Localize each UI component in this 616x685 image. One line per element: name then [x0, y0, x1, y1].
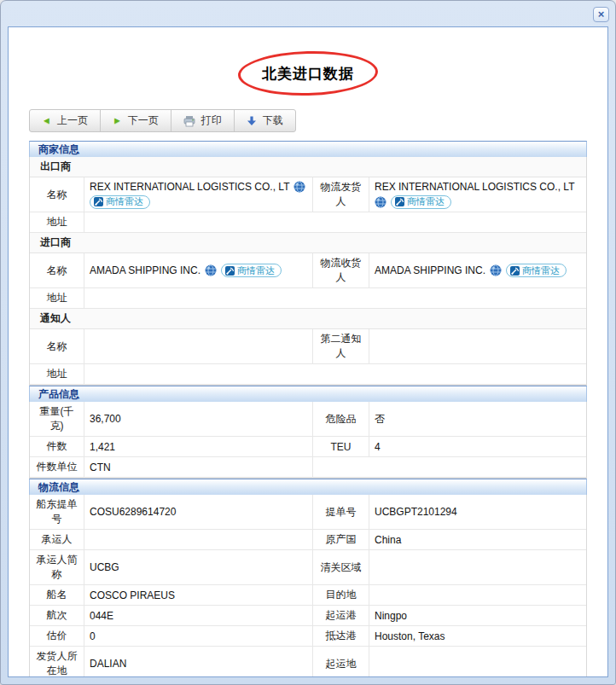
- dialog-titlebar: ×: [1, 1, 615, 26]
- globe-icon[interactable]: [490, 264, 502, 276]
- departure-place-value: [369, 647, 586, 677]
- table-row: 名称 REX INTERNATIONAL LOGISTICS CO., LT 商…: [30, 177, 586, 212]
- radar-badge-label: 商情雷达: [106, 195, 143, 208]
- page-title-wrap: 北美进口数据: [223, 49, 393, 97]
- field-label: 承运人: [30, 530, 84, 549]
- port-of-discharge-value: Houston, Texas: [369, 626, 586, 646]
- radar-badge-button[interactable]: 商情雷达: [221, 264, 282, 277]
- radar-badge-button[interactable]: 商情雷达: [391, 195, 451, 209]
- master-bl-value: COSU6289614720: [84, 495, 313, 529]
- logistics-shipper-value: REX INTERNATIONAL LOGISTICS CO., LT 商情雷达: [369, 177, 586, 212]
- field-label: 名称: [30, 177, 84, 212]
- page-title: 北美进口数据: [223, 49, 393, 84]
- field-label: 地址: [30, 288, 84, 308]
- field-label: 目的地: [313, 585, 369, 605]
- print-label: 打印: [201, 113, 222, 128]
- table-row: 船东提单号 COSU6289614720 提单号 UCBGPT2101294: [30, 495, 586, 530]
- pieces-value: 1,421: [84, 437, 313, 456]
- customs-area-value: [369, 550, 586, 584]
- table-row: 件数单位 CTN: [30, 457, 586, 478]
- origin-country-value: China: [369, 530, 586, 549]
- radar-icon: [395, 197, 404, 206]
- next-page-label: 下一页: [128, 113, 159, 128]
- carrier-abbr-value: UCBG: [84, 550, 313, 584]
- company-name: AMADA SHIPPING INC.: [90, 264, 200, 276]
- field-label: 物流收货人: [313, 253, 369, 287]
- table-row: 地址: [30, 288, 586, 309]
- table-row: 发货人所在地 DALIAN 起运地: [30, 647, 586, 677]
- estimated-value: 0: [84, 626, 313, 646]
- radar-badge-label: 商情雷达: [522, 264, 560, 277]
- download-button[interactable]: 下载: [235, 110, 295, 131]
- field-label: TEU: [313, 437, 369, 456]
- empty-cell: [369, 457, 586, 477]
- carrier-value: [84, 530, 313, 549]
- radar-badge-button[interactable]: 商情雷达: [506, 264, 567, 277]
- subheader-notify: 通知人: [30, 309, 586, 329]
- prev-page-button[interactable]: ◄ 上一页: [30, 110, 101, 131]
- detail-sections: 商家信息 出口商 名称 REX INTERNATIONAL LOGISTICS …: [29, 141, 587, 677]
- close-button[interactable]: ×: [593, 7, 609, 22]
- field-label: 抵达港: [313, 626, 369, 646]
- field-label: 危险品: [313, 402, 369, 436]
- section-header-logistics: 物流信息: [29, 479, 587, 495]
- radar-icon: [510, 266, 520, 276]
- radar-icon: [94, 197, 103, 206]
- table-row: 名称 AMADA SHIPPING INC. 商情雷达 物流收货人 AMADA …: [30, 253, 586, 288]
- dialog-window: × 北美进口数据 ◄ 上一页 ► 下一页 打印 下载: [0, 0, 616, 685]
- weight-value: 36,700: [84, 402, 313, 436]
- field-label: 发货人所在地: [30, 647, 84, 677]
- globe-icon[interactable]: [293, 181, 305, 193]
- download-arrow-icon: [247, 116, 257, 126]
- port-of-loading-value: Ningpo: [369, 606, 586, 625]
- company-name: AMADA SHIPPING INC.: [375, 264, 485, 276]
- notify-name-value: [84, 329, 313, 363]
- table-row: 船名 COSCO PIRAEUS 目的地: [30, 585, 586, 606]
- subheader-importer: 进口商: [30, 233, 586, 253]
- field-label: 提单号: [313, 495, 369, 529]
- subheader-exporter: 出口商: [30, 157, 586, 177]
- table-row: 地址: [30, 212, 586, 233]
- notify-address-value: [84, 364, 586, 384]
- importer-name-value: AMADA SHIPPING INC. 商情雷达: [84, 253, 313, 287]
- field-label: 物流发货人: [313, 177, 369, 212]
- print-button[interactable]: 打印: [171, 110, 235, 131]
- section-product: 重量(千克) 36,700 危险品 否 件数 1,421 TEU 4 件数单位 …: [29, 402, 587, 479]
- unit-value: CTN: [84, 457, 313, 477]
- field-label: 船名: [30, 585, 84, 605]
- dangerous-value: 否: [369, 402, 586, 436]
- field-label: 估价: [30, 626, 84, 646]
- dialog-content: 北美进口数据 ◄ 上一页 ► 下一页 打印 下载 商家信息: [8, 26, 608, 677]
- field-label: 件数单位: [30, 457, 84, 477]
- field-label: 起运地: [313, 647, 369, 677]
- second-notify-value: [369, 329, 586, 363]
- field-label: 原产国: [313, 530, 369, 549]
- field-label: 起运港: [313, 606, 369, 625]
- table-row: 估价 0 抵达港 Houston, Texas: [30, 626, 586, 647]
- table-row: 承运人简称 UCBG 清关区域: [30, 550, 586, 585]
- download-label: 下载: [263, 113, 283, 128]
- destination-value: [369, 585, 586, 605]
- globe-icon[interactable]: [375, 196, 386, 208]
- radar-badge-button[interactable]: 商情雷达: [90, 195, 150, 209]
- radar-icon: [225, 266, 235, 276]
- field-label: 名称: [30, 329, 84, 363]
- table-row: 地址: [30, 364, 586, 385]
- section-header-merchant: 商家信息: [29, 141, 587, 157]
- field-label: 名称: [30, 253, 84, 287]
- globe-icon[interactable]: [205, 264, 217, 276]
- section-merchant: 出口商 名称 REX INTERNATIONAL LOGISTICS CO., …: [29, 157, 587, 386]
- arrow-right-icon: ►: [113, 116, 122, 125]
- empty-cell: [313, 457, 369, 477]
- bl-value: UCBGPT2101294: [369, 495, 586, 529]
- company-name: REX INTERNATIONAL LOGISTICS CO., LT: [90, 181, 289, 193]
- exporter-address-value: [84, 212, 586, 232]
- next-page-button[interactable]: ► 下一页: [101, 110, 171, 131]
- field-label: 件数: [30, 437, 84, 456]
- table-row: 件数 1,421 TEU 4: [30, 437, 586, 457]
- radar-badge-label: 商情雷达: [407, 195, 445, 208]
- shipper-location-value: DALIAN: [84, 647, 313, 677]
- pager-toolbar: ◄ 上一页 ► 下一页 打印 下载: [29, 109, 296, 132]
- table-row: 承运人 原产国 China: [30, 530, 586, 550]
- field-label: 承运人简称: [30, 550, 84, 584]
